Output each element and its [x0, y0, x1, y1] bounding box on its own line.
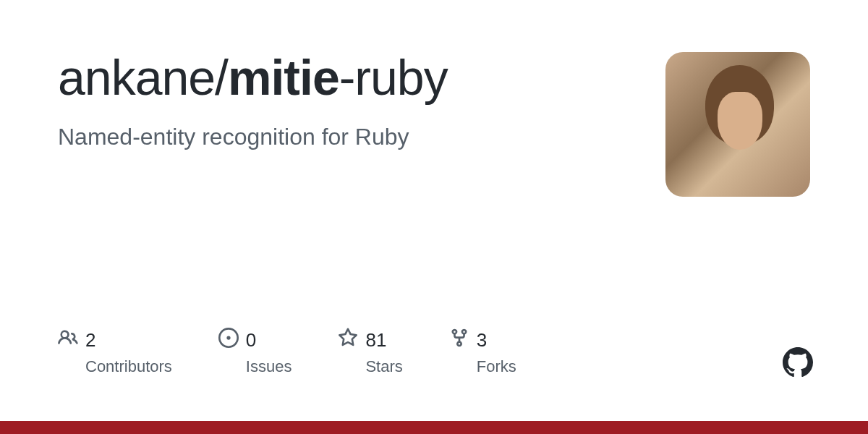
- stat-forks-value: 3: [477, 329, 487, 352]
- repo-slash: /: [215, 50, 228, 105]
- stat-forks-label: Forks: [477, 357, 516, 376]
- stat-issues-label: Issues: [246, 357, 292, 376]
- stat-issues-value: 0: [246, 329, 256, 352]
- people-icon: [58, 328, 78, 353]
- stat-forks[interactable]: 3 Forks: [449, 328, 516, 376]
- stat-issues[interactable]: 0 Issues: [218, 328, 292, 376]
- stat-contributors-label: Contributors: [85, 357, 172, 376]
- fork-icon: [449, 328, 469, 353]
- stat-stars[interactable]: 81 Stars: [338, 328, 402, 376]
- accent-bar: [0, 421, 868, 434]
- stat-stars-label: Stars: [365, 357, 402, 376]
- repo-stats: 2 Contributors 0 Issues 81 Stars 3 Forks: [58, 328, 516, 376]
- repo-title[interactable]: ankane/mitie-ruby: [58, 52, 637, 103]
- stat-contributors-value: 2: [85, 329, 95, 352]
- repo-description: Named-entity recognition for Ruby: [58, 124, 637, 150]
- stat-stars-value: 81: [365, 329, 386, 352]
- repo-name-tail: -ruby: [339, 50, 448, 105]
- repo-owner: ankane: [58, 50, 215, 105]
- avatar[interactable]: [665, 52, 810, 197]
- repo-name-bold: mitie: [228, 50, 339, 105]
- star-icon: [338, 328, 358, 353]
- stat-contributors[interactable]: 2 Contributors: [58, 328, 172, 376]
- issue-icon: [218, 328, 239, 353]
- github-logo-icon[interactable]: [783, 347, 813, 378]
